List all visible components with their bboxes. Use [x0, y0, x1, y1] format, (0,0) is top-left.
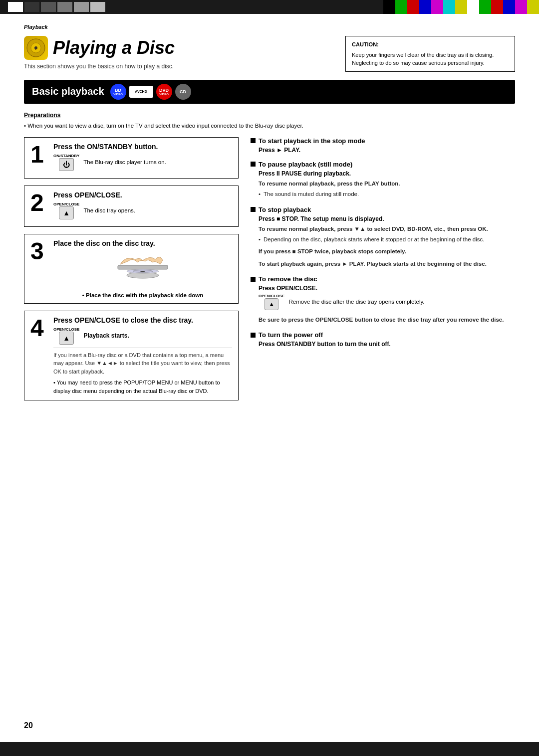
- preparations-text: • When you want to view a disc, turn on …: [24, 122, 515, 130]
- step-3-desc-bold: • Place the disc with the playback side …: [53, 292, 232, 298]
- section-pause-cmd: Press II PAUSE during playback.: [259, 170, 515, 177]
- step-4-content: Press OPEN/CLOSE to close the disc tray.…: [53, 316, 232, 395]
- onstandby-button-icon: ⏻: [59, 158, 74, 171]
- color-swatch: [467, 0, 479, 14]
- basic-playback-header: Basic playback BD VIDEO AVCHD DVD VIDEO …: [24, 80, 515, 104]
- section-remove-title: To remove the disc: [251, 275, 515, 283]
- section-bullet-icon: [251, 333, 256, 338]
- section-stop-mode-cmd: Press ► PLAY.: [259, 147, 515, 154]
- section-stop-mode-title: To start playback in the stop mode: [251, 137, 515, 145]
- step-1-number: 1: [30, 143, 48, 173]
- stop-resume-cmd: To resume normal playback, press ▼▲ to s…: [259, 224, 515, 233]
- openclose-icon-wrapper-2: OPEN/CLOSE ▲: [53, 202, 79, 219]
- section-power-off-cmd: Press ON/STANDBY button to turn the unit…: [259, 341, 515, 348]
- basic-playback-title: Basic playback: [32, 86, 104, 97]
- two-col-layout: 1 Press the ON/STANDBY button. ON/STANDB…: [24, 137, 515, 408]
- step-2-desc: The disc tray opens.: [83, 207, 135, 213]
- title-icon-wrapper: ♪ Playing a Disc: [24, 36, 330, 60]
- color-swatch: [527, 0, 539, 14]
- step-2-icon-row: OPEN/CLOSE ▲ The disc tray opens.: [53, 202, 232, 219]
- step-4-number: 4: [30, 316, 48, 395]
- step-4-icon-row: OPEN/CLOSE ▲ Playback starts.: [53, 327, 232, 345]
- step-2-title: Press OPEN/CLOSE.: [53, 191, 232, 199]
- section-bullet-icon: [251, 138, 256, 143]
- preparations-title: Preparations: [24, 112, 515, 119]
- step-1-icon-row: ON/STANDBY ⏻ The Blu-ray disc player tur…: [53, 154, 232, 171]
- color-swatch: [503, 0, 515, 14]
- caution-box: CAUTION: Keep your fingers well clear of…: [345, 36, 515, 72]
- step-1-title: Press the ON/STANDBY button.: [53, 143, 232, 151]
- svg-point-8: [140, 271, 145, 272]
- section-bullet-icon: [251, 277, 256, 282]
- reg-mark: [41, 2, 56, 12]
- format-badges: BD VIDEO AVCHD DVD VIDEO CD: [110, 84, 191, 100]
- section-bullet-icon: [251, 162, 256, 167]
- color-swatch: [419, 0, 431, 14]
- color-swatch: [515, 0, 527, 14]
- badge-bd: BD VIDEO: [110, 84, 126, 100]
- section-remove: To remove the disc Press OPEN/CLOSE. OPE…: [251, 275, 515, 324]
- stop-note: Depending on the disc, playback starts w…: [259, 235, 515, 244]
- openclose-label-4: OPEN/CLOSE: [53, 327, 79, 332]
- section-bullet-icon: [251, 207, 256, 212]
- remove-close-cmd: Be sure to press the OPEN/CLOSE button t…: [259, 315, 515, 324]
- color-swatch: [455, 0, 467, 14]
- onstandby-label: ON/STANDBY: [53, 154, 79, 158]
- step-1: 1 Press the ON/STANDBY button. ON/STANDB…: [24, 137, 239, 179]
- color-swatch: [479, 0, 491, 14]
- color-swatch: [443, 0, 455, 14]
- main-title: Playing a Disc: [53, 38, 175, 58]
- step-2-content: Press OPEN/CLOSE. OPEN/CLOSE ▲ The disc …: [53, 191, 232, 221]
- step-3-number: 3: [30, 239, 48, 298]
- right-column: To start playback in the stop mode Press…: [251, 137, 515, 355]
- step-4: 4 Press OPEN/CLOSE to close the disc tra…: [24, 311, 239, 401]
- color-swatch: [383, 0, 395, 14]
- pause-note: The sound is muted during still mode.: [259, 189, 515, 198]
- badge-dvd: DVD VIDEO: [156, 84, 172, 100]
- step-3-title: Place the disc on the disc tray.: [53, 239, 232, 247]
- reg-mark: [90, 2, 105, 12]
- disc-image-svg: [115, 250, 170, 290]
- top-bar: [0, 0, 539, 14]
- openclose-button-icon-4: ▲: [59, 332, 74, 345]
- disc-icon: ♪: [24, 36, 48, 60]
- section-pause-title: To pause playback (still mode): [251, 161, 515, 168]
- color-swatch: [431, 0, 443, 14]
- reg-mark: [24, 2, 39, 12]
- section-pause-body: To resume normal playback, press the PLA…: [259, 179, 515, 199]
- color-swatch: [395, 0, 407, 14]
- caution-line1: Keep your fingers well clear of the disc…: [352, 51, 509, 59]
- svg-rect-4: [118, 265, 168, 269]
- step-3: 3 Place the disc on the disc tray.: [24, 234, 239, 304]
- disc-image-wrapper: [53, 250, 232, 290]
- reg-mark: [8, 2, 23, 12]
- section-stop-title: To stop playback: [251, 206, 515, 213]
- preparations-section: Preparations • When you want to view a d…: [24, 112, 515, 130]
- remove-icon-row: OPEN/CLOSE ▲ Remove the disc after the d…: [259, 294, 515, 310]
- stop-twice-cmd: If you press ■ STOP twice, playback stop…: [259, 247, 515, 256]
- section-remove-cmd: Press OPEN/CLOSE.: [259, 285, 515, 292]
- section-stop-body: To resume normal playback, press ▼▲ to s…: [259, 224, 515, 269]
- title-left: ♪ Playing a Disc This section shows you …: [24, 36, 330, 70]
- stop-restart-cmd: To start playback again, press ► PLAY. P…: [259, 259, 515, 268]
- page-number: 20: [24, 721, 33, 730]
- color-bar: [383, 0, 539, 14]
- step-1-desc: The Blu-ray disc player turns on.: [83, 159, 166, 165]
- section-stop: To stop playback Press ■ STOP. The setup…: [251, 206, 515, 269]
- section-power-off-title: To turn the power off: [251, 331, 515, 339]
- svg-text:♪: ♪: [34, 44, 37, 51]
- step-4-note2: • You may need to press the POPUP/TOP ME…: [53, 378, 232, 395]
- step-4-cmd: Playback starts.: [83, 332, 129, 339]
- onstandby-icon-wrapper: ON/STANDBY ⏻: [53, 154, 79, 171]
- title-section: ♪ Playing a Disc This section shows you …: [24, 36, 515, 72]
- step-1-content: Press the ON/STANDBY button. ON/STANDBY …: [53, 143, 232, 173]
- badge-avchd: AVCHD: [129, 86, 153, 98]
- step-2: 2 Press OPEN/CLOSE. OPEN/CLOSE ▲ The dis…: [24, 186, 239, 227]
- step-4-note1: If you insert a Blu-ray disc or a DVD th…: [53, 348, 232, 376]
- step-4-title: Press OPEN/CLOSE to close the disc tray.: [53, 316, 232, 324]
- section-power-off: To turn the power off Press ON/STANDBY b…: [251, 331, 515, 348]
- caution-title: CAUTION:: [352, 40, 509, 49]
- subtitle-text: This section shows you the basics on how…: [24, 63, 330, 70]
- remove-after-icon-text1: Remove the disc after the disc tray open…: [288, 298, 424, 306]
- openclose-label-remove: OPEN/CLOSE: [259, 294, 284, 298]
